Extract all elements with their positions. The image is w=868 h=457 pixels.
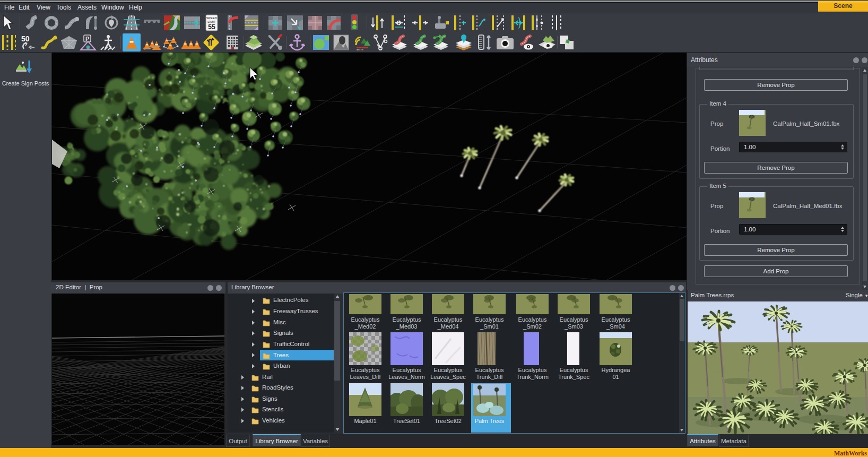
svg-text:P: P <box>85 36 89 42</box>
svg-text:50: 50 <box>21 35 30 43</box>
svg-text:Am Tm: Am Tm <box>357 48 363 51</box>
svg-text:SPEED: SPEED <box>206 16 218 20</box>
svg-text:55: 55 <box>208 23 215 31</box>
